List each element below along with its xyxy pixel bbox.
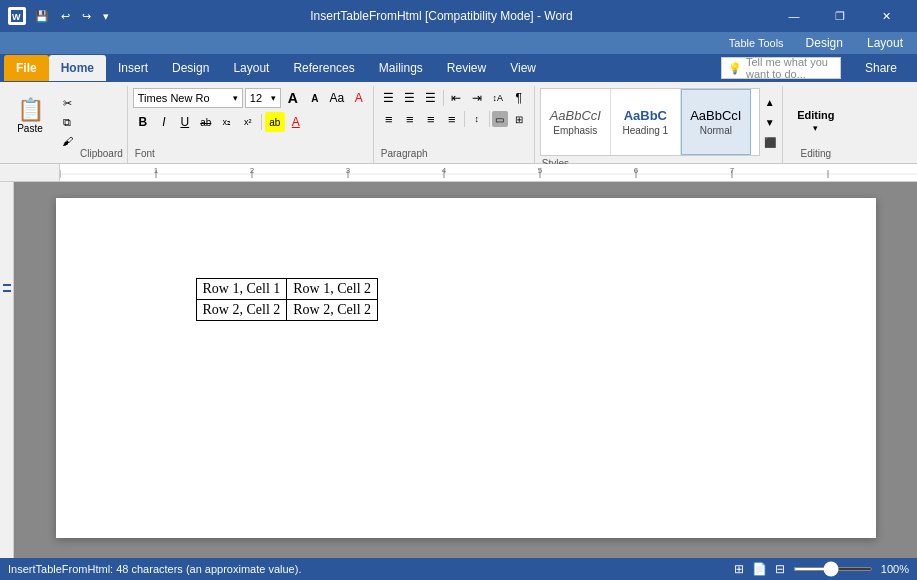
subscript-button[interactable]: x₂ <box>217 112 237 132</box>
share-button[interactable]: Share <box>853 55 909 81</box>
zoom-level: 100% <box>881 563 909 575</box>
font-name-input[interactable]: Times New Ro ▾ <box>133 88 243 108</box>
format-painter-button[interactable]: 🖌 <box>56 132 78 150</box>
cell-1-2[interactable]: Row 1, Cell 2 <box>287 279 378 300</box>
align-left-button[interactable]: ≡ <box>379 109 399 129</box>
align-right-button[interactable]: ≡ <box>421 109 441 129</box>
editing-label: Editing <box>797 109 834 121</box>
copy-button[interactable]: ⧉ <box>56 113 78 131</box>
redo-button[interactable]: ↪ <box>79 8 94 25</box>
status-icon-2: 📄 <box>752 562 767 576</box>
styles-group: AaBbCcI Emphasis AaBbC Heading 1 AaBbCcI… <box>536 86 783 163</box>
customize-qat-button[interactable]: ▾ <box>100 8 112 25</box>
style-heading1[interactable]: AaBbC Heading 1 <box>611 89 681 155</box>
cell-2-2[interactable]: Row 2, Cell 2 <box>287 300 378 321</box>
editing-button[interactable]: Editing ▾ <box>788 94 844 148</box>
italic-button[interactable]: I <box>154 112 174 132</box>
tab-references[interactable]: References <box>281 55 366 81</box>
tab-view[interactable]: View <box>498 55 548 81</box>
underline-button[interactable]: U <box>175 112 195 132</box>
styles-scroll-down[interactable]: ▼ <box>762 113 778 131</box>
ribbon-tabs-row: File Home Insert Design Layout Reference… <box>0 54 917 82</box>
status-icon-3: ⊟ <box>775 562 785 576</box>
bullets-button[interactable]: ☰ <box>379 88 399 108</box>
tab-mailings[interactable]: Mailings <box>367 55 435 81</box>
style-normal[interactable]: AaBbCcI Normal <box>681 89 751 155</box>
editing-group-label: Editing <box>801 148 832 161</box>
zoom-slider[interactable] <box>793 567 873 571</box>
status-bar: InsertTableFromHtml: 48 characters (an a… <box>0 558 917 580</box>
line-spacing-button[interactable]: ↕ <box>467 109 487 129</box>
left-bar <box>0 182 14 558</box>
normal-preview: AaBbCcI <box>690 108 741 123</box>
tab-layout[interactable]: Layout <box>221 55 281 81</box>
minimize-button[interactable]: — <box>771 0 817 32</box>
increase-indent-button[interactable]: ⇥ <box>467 88 487 108</box>
font-group: Times New Ro ▾ 12 ▾ A A Aa A B I U <box>129 86 374 163</box>
status-icon-1: ⊞ <box>734 562 744 576</box>
sort-button[interactable]: ↕A <box>488 88 508 108</box>
document-scroll-area[interactable]: Row 1, Cell 1 Row 1, Cell 2 Row 2, Cell … <box>14 182 917 558</box>
clipboard-group: 📋 Paste ✂ ⧉ 🖌 Clipboard <box>2 86 128 163</box>
cell-1-1[interactable]: Row 1, Cell 1 <box>196 279 287 300</box>
undo-button[interactable]: ↩ <box>58 8 73 25</box>
ribbon: 📋 Paste ✂ ⧉ 🖌 Clipboard Times New Ro ▾ <box>0 82 917 164</box>
styles-expand[interactable]: ⬛ <box>762 133 778 151</box>
shrink-font-button[interactable]: A <box>305 88 325 108</box>
table-row: Row 2, Cell 2 Row 2, Cell 2 <box>196 300 378 321</box>
shading-button[interactable]: ▭ <box>492 111 508 127</box>
align-center-button[interactable]: ≡ <box>400 109 420 129</box>
document-table: Row 1, Cell 1 Row 1, Cell 2 Row 2, Cell … <box>196 278 379 321</box>
strikethrough-button[interactable]: ab <box>196 112 216 132</box>
decrease-indent-button[interactable]: ⇤ <box>446 88 466 108</box>
page-content[interactable]: Row 1, Cell 1 Row 1, Cell 2 Row 2, Cell … <box>196 278 776 321</box>
numbering-button[interactable]: ☰ <box>400 88 420 108</box>
svg-text:W: W <box>12 12 21 22</box>
table-tools-bar: Table Tools Design Layout <box>0 32 917 54</box>
cell-2-1[interactable]: Row 2, Cell 2 <box>196 300 287 321</box>
tab-layout-table[interactable]: Layout <box>857 34 913 52</box>
svg-text:6: 6 <box>634 166 639 175</box>
svg-text:1: 1 <box>154 166 159 175</box>
tell-me-input[interactable]: 💡 Tell me what you want to do... <box>721 57 841 79</box>
change-case-button[interactable]: Aa <box>327 88 347 108</box>
styles-box: AaBbCcI Emphasis AaBbC Heading 1 AaBbCcI… <box>540 88 760 156</box>
font-size-input[interactable]: 12 ▾ <box>245 88 281 108</box>
borders-button[interactable]: ⊞ <box>509 109 529 129</box>
tab-design-table[interactable]: Design <box>796 34 853 52</box>
font-label: Font <box>133 148 155 161</box>
superscript-button[interactable]: x² <box>238 112 258 132</box>
save-button[interactable]: 💾 <box>32 8 52 25</box>
tab-home[interactable]: Home <box>49 55 106 81</box>
grow-font-button[interactable]: A <box>283 88 303 108</box>
ruler: 1 2 3 4 5 6 7 <box>0 164 917 182</box>
tab-file[interactable]: File <box>4 55 49 81</box>
heading1-preview: AaBbC <box>624 108 667 123</box>
tab-design[interactable]: Design <box>160 55 221 81</box>
tab-review[interactable]: Review <box>435 55 498 81</box>
tab-insert[interactable]: Insert <box>106 55 160 81</box>
svg-text:3: 3 <box>346 166 351 175</box>
restore-button[interactable]: ❐ <box>817 0 863 32</box>
bold-button[interactable]: B <box>133 112 153 132</box>
paste-button[interactable]: 📋 Paste <box>6 88 54 144</box>
normal-label: Normal <box>700 125 732 136</box>
clear-formatting-button[interactable]: A <box>349 88 369 108</box>
styles-scroll-up[interactable]: ▲ <box>762 93 778 111</box>
justify-button[interactable]: ≡ <box>442 109 462 129</box>
paragraph-group: ☰ ☰ ☰ ⇤ ⇥ ↕A ¶ ≡ ≡ ≡ ≡ ↕ ▭ <box>375 86 535 163</box>
cut-button[interactable]: ✂ <box>56 94 78 112</box>
table-tools-label: Table Tools <box>721 37 792 49</box>
show-hide-button[interactable]: ¶ <box>509 88 529 108</box>
emphasis-label: Emphasis <box>553 125 597 136</box>
text-color-button[interactable]: A <box>286 112 306 132</box>
svg-text:2: 2 <box>250 166 255 175</box>
close-button[interactable]: ✕ <box>863 0 909 32</box>
style-emphasis[interactable]: AaBbCcI Emphasis <box>541 89 611 155</box>
window-title: InsertTableFromHtml [Compatibility Mode]… <box>112 9 771 23</box>
text-highlight-button[interactable]: ab <box>265 112 285 132</box>
multilevel-list-button[interactable]: ☰ <box>421 88 441 108</box>
paragraph-label: Paragraph <box>379 148 428 161</box>
editing-group: Editing ▾ Editing <box>784 86 848 163</box>
document-page: Row 1, Cell 1 Row 1, Cell 2 Row 2, Cell … <box>56 198 876 538</box>
